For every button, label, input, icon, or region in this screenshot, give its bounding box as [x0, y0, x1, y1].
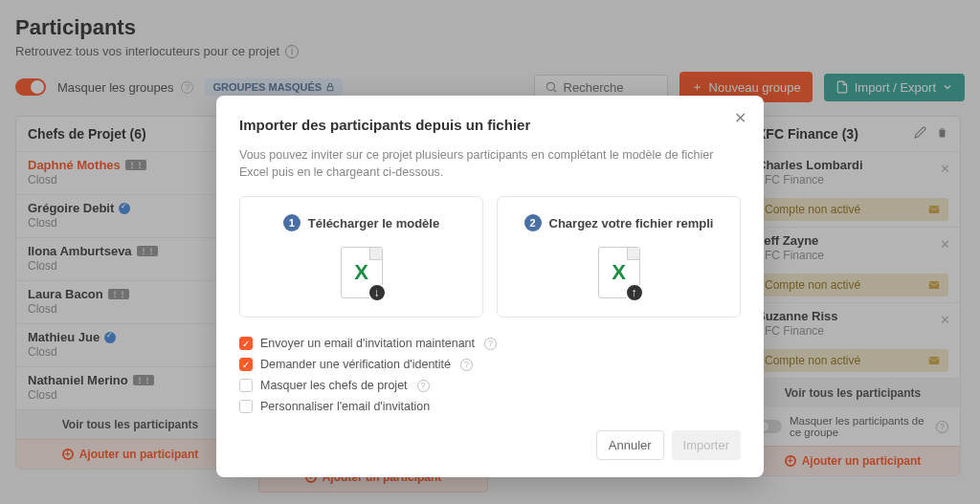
modal-option-label: Demander une vérification d'identité: [260, 358, 451, 371]
help-icon[interactable]: ?: [484, 338, 497, 350]
help-icon[interactable]: ?: [460, 359, 473, 371]
checkbox[interactable]: [239, 400, 253, 413]
modal-option-row[interactable]: ✓Envoyer un email d'invitation maintenan…: [239, 337, 741, 350]
import-button[interactable]: Importer: [672, 430, 741, 460]
upload-file-card[interactable]: 2 Chargez votre fichier rempli X ↑: [497, 196, 741, 318]
step-1-label: Télécharger le modèle: [308, 216, 439, 230]
modal-option-label: Masquer les chefs de projet: [260, 379, 408, 392]
cancel-button[interactable]: Annuler: [596, 430, 664, 460]
modal-option-row[interactable]: Masquer les chefs de projet?: [239, 379, 741, 392]
step-number-1: 1: [283, 214, 301, 231]
excel-download-icon: X ↓: [341, 247, 383, 298]
step-2-label: Chargez votre fichier rempli: [549, 216, 714, 230]
checkbox[interactable]: [239, 379, 253, 392]
modal-title: Importer des participants depuis un fich…: [239, 117, 741, 133]
close-icon[interactable]: ✕: [734, 109, 746, 127]
checkbox[interactable]: ✓: [239, 358, 253, 371]
modal-option-label: Envoyer un email d'invitation maintenant: [260, 337, 475, 350]
modal-overlay: ✕ Importer des participants depuis un fi…: [0, 0, 980, 504]
modal-option-label: Personnaliser l'email d'invitation: [260, 400, 430, 413]
modal-option-row[interactable]: Personnaliser l'email d'invitation: [239, 400, 741, 413]
import-modal: ✕ Importer des participants depuis un fi…: [216, 96, 764, 477]
modal-option-row[interactable]: ✓Demander une vérification d'identité?: [239, 358, 741, 371]
help-icon[interactable]: ?: [417, 380, 430, 392]
checkbox[interactable]: ✓: [239, 337, 253, 350]
excel-upload-icon: X ↑: [598, 247, 640, 298]
step-number-2: 2: [524, 214, 542, 231]
modal-description: Vous pouvez inviter sur ce projet plusie…: [239, 146, 741, 181]
download-template-card[interactable]: 1 Télécharger le modèle X ↓: [239, 196, 483, 318]
